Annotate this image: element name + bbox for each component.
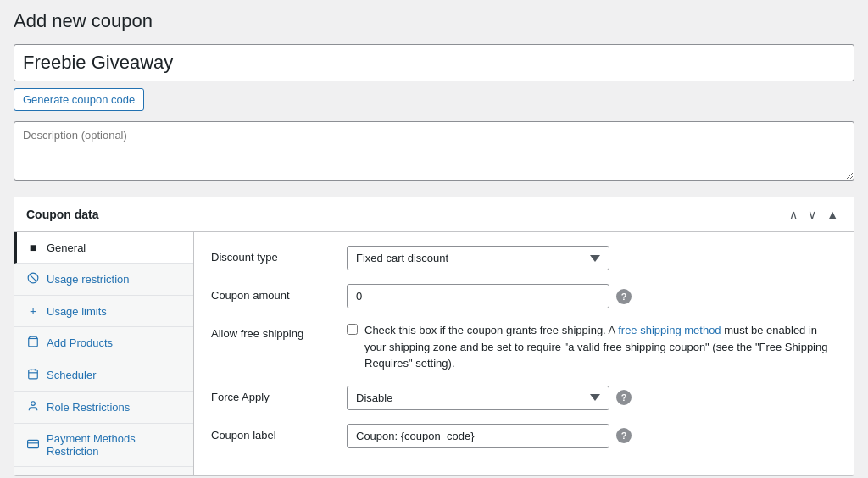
discount-type-field: Fixed cart discount Percentage discount … <box>347 246 837 270</box>
sidebar-item-scheduler[interactable]: Scheduler <box>14 359 193 392</box>
sidebar-item-general[interactable]: ■ General <box>14 232 193 264</box>
coupon-label-input[interactable] <box>347 424 609 448</box>
free-shipping-description: Check this box if the coupon grants free… <box>364 322 837 372</box>
discount-type-row: Discount type Fixed cart discount Percen… <box>211 246 837 270</box>
coupon-amount-row: Coupon amount ? <box>211 284 837 308</box>
force-apply-select[interactable]: Disable Enable <box>347 386 609 410</box>
coupon-data-title: Coupon data <box>26 208 99 221</box>
coupon-data-header: Coupon data ∧ ∨ ▲ <box>14 197 854 232</box>
coupon-label-row: Coupon label ? <box>211 424 837 448</box>
sidebar-item-add-products[interactable]: Add Products <box>14 327 193 359</box>
description-textarea[interactable] <box>14 121 854 181</box>
collapse-up-button[interactable]: ∧ <box>786 206 801 223</box>
svg-point-7 <box>31 402 36 406</box>
collapse-down-button[interactable]: ∨ <box>804 206 820 223</box>
free-shipping-row: Allow free shipping Check this box if th… <box>211 322 837 372</box>
free-shipping-method-link[interactable]: free shipping method <box>618 324 721 336</box>
svg-rect-3 <box>29 370 38 379</box>
sidebar-item-label-payment-methods: Payment Methods Restriction <box>47 432 181 458</box>
svg-line-1 <box>30 275 36 281</box>
sidebar-item-role-restrictions[interactable]: Role Restrictions <box>14 392 193 424</box>
discount-type-select[interactable]: Fixed cart discount Percentage discount … <box>347 246 609 270</box>
force-apply-label: Force Apply <box>211 386 347 403</box>
generate-coupon-button[interactable]: Generate coupon code <box>14 88 144 111</box>
general-icon: ■ <box>26 241 40 254</box>
add-products-icon <box>26 336 40 350</box>
sidebar-item-usage-restriction[interactable]: Usage restriction <box>14 264 193 296</box>
coupon-data-box: Coupon data ∧ ∨ ▲ ■ General Usage restri… <box>14 197 854 476</box>
scheduler-icon <box>26 368 40 382</box>
coupon-amount-input[interactable] <box>347 284 609 308</box>
discount-type-label: Discount type <box>211 246 347 264</box>
sidebar-item-label-role-restrictions: Role Restrictions <box>47 401 130 414</box>
free-shipping-label: Allow free shipping <box>211 322 347 340</box>
svg-rect-8 <box>28 440 39 447</box>
force-apply-row: Force Apply Disable Enable ? <box>211 386 837 410</box>
coupon-label-help-icon[interactable]: ? <box>616 428 632 443</box>
coupon-name-input[interactable] <box>14 44 854 81</box>
sidebar-item-usage-limits[interactable]: + Usage limits <box>14 296 193 327</box>
usage-limits-icon: + <box>26 304 40 318</box>
payment-methods-icon <box>26 438 40 453</box>
header-controls: ∧ ∨ ▲ <box>786 206 842 223</box>
coupon-label-field: ? <box>347 424 837 448</box>
sidebar-item-payment-methods-restriction[interactable]: Payment Methods Restriction <box>14 424 193 467</box>
sidebar-item-label-add-products: Add Products <box>47 336 113 349</box>
page-title: Add new coupon <box>14 10 854 32</box>
force-apply-help-icon[interactable]: ? <box>616 390 632 405</box>
page-wrapper: Add new coupon Generate coupon code Coup… <box>0 0 868 478</box>
role-restrictions-icon <box>26 400 40 414</box>
coupon-data-body: ■ General Usage restriction + Usage limi… <box>14 232 854 475</box>
sidebar-nav: ■ General Usage restriction + Usage limi… <box>14 232 194 475</box>
coupon-label-label: Coupon label <box>211 424 347 442</box>
sidebar-item-label-scheduler: Scheduler <box>47 369 97 381</box>
free-shipping-checkbox[interactable] <box>347 324 358 335</box>
sidebar-item-label-usage-limits: Usage limits <box>47 305 107 318</box>
free-shipping-field: Check this box if the coupon grants free… <box>347 322 837 372</box>
collapse-button[interactable]: ▲ <box>823 206 842 223</box>
coupon-amount-label: Coupon amount <box>211 284 347 302</box>
usage-restriction-icon <box>26 272 40 286</box>
force-apply-field: Disable Enable ? <box>347 386 837 410</box>
general-tab-content: Discount type Fixed cart discount Percen… <box>194 232 854 475</box>
sidebar-item-label-general: General <box>47 242 86 254</box>
sidebar-item-label-usage-restriction: Usage restriction <box>47 273 130 286</box>
coupon-amount-field: ? <box>347 284 837 308</box>
coupon-amount-help-icon[interactable]: ? <box>616 289 632 304</box>
free-shipping-checkbox-row: Check this box if the coupon grants free… <box>347 322 837 372</box>
